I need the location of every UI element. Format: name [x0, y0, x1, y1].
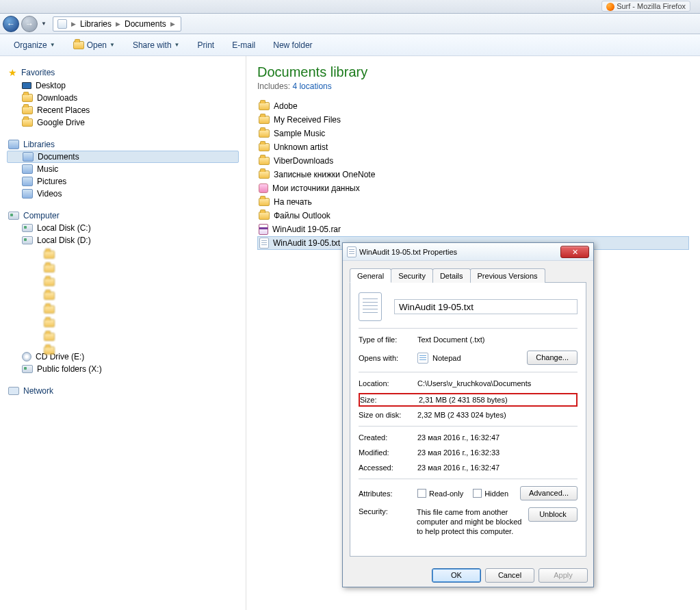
- folder-icon: [259, 212, 270, 220]
- change-button[interactable]: Change...: [527, 351, 578, 365]
- libraries-group[interactable]: Libraries: [8, 140, 239, 149]
- drive-d-subfolders: [44, 248, 160, 351]
- breadcrumb-root[interactable]: Libraries: [80, 19, 112, 29]
- fav-recent[interactable]: Recent Places: [7, 104, 239, 116]
- computer-group[interactable]: Computer: [8, 211, 239, 220]
- print-label: Print: [198, 40, 215, 50]
- file-name: Unknown artist: [274, 142, 328, 152]
- folder-item[interactable]: ViberDownloads: [257, 154, 689, 168]
- share-menu[interactable]: Share with ▼: [129, 38, 184, 52]
- nav-bar: ← → ▼ ▶ Libraries ▶ Documents ▶: [0, 14, 700, 34]
- libraries-icon: [8, 140, 19, 149]
- folder-icon: [22, 106, 33, 114]
- security-label: Security:: [359, 507, 417, 516]
- folder-icon: [259, 170, 270, 179]
- lib-videos[interactable]: Videos: [7, 188, 239, 200]
- toolbar: Organize ▼ Open ▼ Share with ▼ Print E-m…: [0, 34, 700, 56]
- library-icon: [57, 19, 67, 29]
- checkbox-icon: [417, 489, 426, 498]
- drive-c[interactable]: Local Disk (C:): [7, 222, 239, 234]
- type-label: Type of file:: [359, 335, 417, 344]
- breadcrumb[interactable]: ▶ Libraries ▶ Documents ▶: [53, 16, 181, 31]
- network-drive-icon: [22, 365, 33, 373]
- file-name: На печать: [274, 197, 312, 207]
- tab-strip: General Security Details Previous Versio…: [350, 268, 586, 283]
- favorites-group[interactable]: ★Favorites: [8, 67, 239, 78]
- checkbox-icon: [473, 489, 482, 498]
- hidden-checkbox[interactable]: Hidden: [473, 489, 508, 498]
- videos-icon: [22, 189, 33, 199]
- folder-item[interactable]: Мои источники данных: [257, 181, 689, 195]
- chevron-right-icon: ▶: [170, 21, 175, 27]
- lib-documents[interactable]: Documents: [7, 151, 239, 163]
- firefox-icon: [606, 3, 614, 11]
- fav-gdrive[interactable]: Google Drive: [7, 116, 239, 129]
- file-name: Sample Music: [274, 129, 325, 138]
- folder-icon: [259, 129, 270, 138]
- folder-item[interactable]: My Received Files: [257, 113, 689, 127]
- drive-public[interactable]: Public folders (X:): [7, 363, 239, 375]
- readonly-checkbox[interactable]: Read-only: [417, 489, 463, 498]
- drive-d[interactable]: Local Disk (D:): [7, 234, 239, 246]
- unblock-button[interactable]: Unblock: [528, 507, 578, 522]
- tab-previous-versions[interactable]: Previous Versions: [470, 268, 545, 283]
- size-row-highlight: Size: 2,31 MB (2 431 858 bytes): [359, 393, 578, 407]
- history-dropdown[interactable]: ▼: [40, 21, 48, 27]
- chevron-right-icon: ▶: [116, 21, 120, 27]
- cancel-button[interactable]: Cancel: [485, 568, 534, 583]
- breadcrumb-current[interactable]: Documents: [125, 19, 166, 29]
- ok-button[interactable]: OK: [432, 568, 481, 583]
- network-icon: [8, 387, 19, 395]
- fav-label: Google Drive: [37, 118, 85, 127]
- lib-music[interactable]: Music: [7, 163, 239, 175]
- folder-item[interactable]: На печать: [257, 195, 689, 209]
- fav-downloads[interactable]: Downloads: [7, 92, 239, 104]
- dialog-titlebar[interactable]: WinAudit 19-05.txt Properties ✕: [343, 243, 593, 261]
- folder-icon: [259, 198, 270, 206]
- browser-tab[interactable]: Surf - Mozilla Firefox: [601, 1, 690, 12]
- email-label: E-mail: [232, 40, 255, 50]
- tab-general[interactable]: General: [350, 268, 391, 283]
- back-button[interactable]: ←: [3, 16, 19, 32]
- accessed-value: 23 мая 2016 г., 16:32:47: [417, 463, 578, 472]
- file-list: Adobe My Received Files Sample Music Unk…: [257, 99, 689, 250]
- caret-down-icon: ▼: [174, 42, 180, 48]
- folder-item[interactable]: Unknown artist: [257, 140, 689, 154]
- open-menu[interactable]: Open ▼: [69, 38, 119, 52]
- tab-security[interactable]: Security: [391, 268, 433, 283]
- folder-icon: [22, 94, 33, 102]
- file-name: Файлы Outlook: [274, 211, 330, 220]
- folder-item[interactable]: Adobe: [257, 99, 689, 113]
- file-name: Мои источники данных: [272, 183, 360, 193]
- forward-button[interactable]: →: [21, 16, 38, 32]
- location-value: C:\Users\v_kruchkova\Documents: [417, 379, 578, 387]
- organize-menu[interactable]: Organize ▼: [10, 38, 60, 52]
- lib-pictures[interactable]: Pictures: [7, 175, 239, 188]
- star-icon: ★: [8, 67, 17, 78]
- email-button[interactable]: E-mail: [228, 38, 259, 52]
- file-item[interactable]: WinAudit 19-05.rar: [257, 223, 689, 236]
- apply-button[interactable]: Apply: [539, 568, 588, 583]
- tab-details[interactable]: Details: [432, 268, 471, 283]
- advanced-button[interactable]: Advanced...: [520, 486, 578, 500]
- created-label: Created:: [359, 433, 417, 442]
- network-group[interactable]: Network: [8, 386, 239, 396]
- drive-icon: [22, 224, 33, 232]
- dialog-buttons: OK Cancel Apply: [432, 568, 588, 583]
- filename-input[interactable]: [394, 299, 578, 314]
- size-value: 2,31 MB (2 431 858 bytes): [419, 396, 576, 404]
- folder-icon: [259, 157, 270, 165]
- newfolder-label: New folder: [273, 40, 312, 50]
- type-value: Text Document (.txt): [417, 335, 578, 344]
- locations-link[interactable]: 4 locations: [292, 81, 331, 91]
- file-name: ViberDownloads: [274, 156, 333, 166]
- folder-item[interactable]: Sample Music: [257, 127, 689, 140]
- window-chrome: Surf - Mozilla Firefox: [0, 0, 700, 14]
- fav-desktop[interactable]: Desktop: [7, 79, 239, 92]
- folder-item[interactable]: Файлы Outlook: [257, 209, 689, 223]
- new-folder-button[interactable]: New folder: [269, 38, 316, 52]
- close-button[interactable]: ✕: [560, 246, 589, 258]
- folder-item[interactable]: Записные книжки OneNote: [257, 168, 689, 181]
- organize-label: Organize: [14, 40, 47, 50]
- print-button[interactable]: Print: [194, 38, 219, 52]
